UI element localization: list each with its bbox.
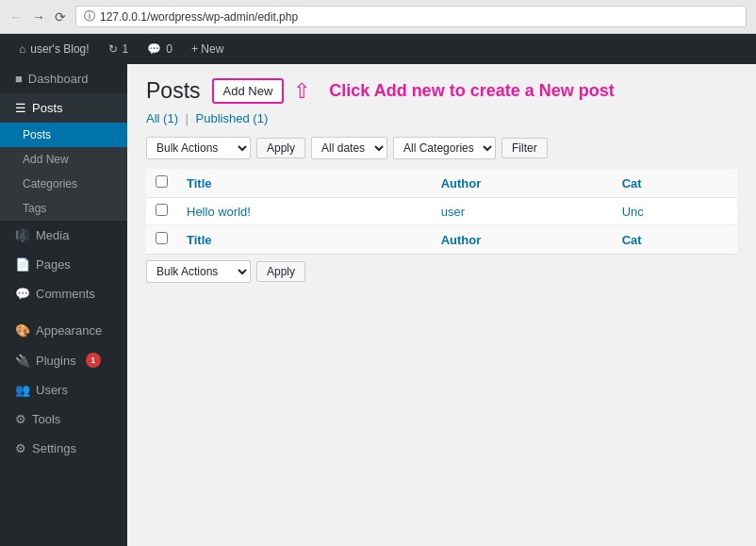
- sidebar-sub-add-new[interactable]: Add New: [0, 147, 127, 172]
- sidebar-item-label: Dashboard: [28, 72, 89, 86]
- categories-filter-select[interactable]: All Categories: [393, 137, 496, 159]
- home-icon: ⌂: [19, 42, 25, 56]
- header-author-col[interactable]: Author: [432, 169, 613, 198]
- post-cat-link[interactable]: Unc: [622, 205, 644, 219]
- admin-bar-updates[interactable]: ↻ 1: [99, 34, 139, 64]
- filter-sep: |: [186, 111, 192, 125]
- sidebar-item-label: Media: [36, 228, 69, 242]
- footer-author-col: Author: [432, 225, 613, 255]
- address-bar[interactable]: ⓘ 127.0.0.1/wordpress/wp-admin/edit.php: [75, 6, 747, 27]
- filter-button[interactable]: Filter: [501, 138, 548, 158]
- sidebar-item-dashboard[interactable]: ■ Dashboard: [0, 64, 127, 93]
- annotation-text: Click Add new to create a New post: [329, 81, 614, 101]
- sidebar-item-label: Tools: [32, 412, 60, 426]
- page-title: Posts: [146, 78, 201, 104]
- appearance-icon: 🎨: [15, 323, 30, 338]
- sidebar-item-label: Settings: [32, 441, 76, 455]
- filter-published-link[interactable]: Published (1): [196, 111, 269, 125]
- filter-published-label: Published: [196, 111, 250, 125]
- updates-count: 1: [123, 42, 129, 56]
- sidebar-sub-posts[interactable]: Posts: [0, 123, 127, 147]
- footer-cat-label: Cat: [622, 233, 642, 247]
- sub-posts-label: Posts: [23, 128, 51, 141]
- filter-published-count: (1): [253, 111, 268, 125]
- dashboard-icon: ■: [15, 72, 23, 86]
- select-all-footer-checkbox[interactable]: [156, 232, 168, 244]
- add-new-button[interactable]: Add New: [212, 78, 285, 104]
- sidebar-item-label: Pages: [36, 257, 71, 272]
- filter-all-count: (1): [163, 111, 178, 125]
- users-icon: 👥: [15, 383, 30, 397]
- admin-bar-comments[interactable]: 💬 0: [138, 34, 182, 64]
- sidebar-item-settings[interactable]: ⚙ Settings: [0, 434, 127, 463]
- filter-all-label: All: [146, 111, 159, 125]
- apply-top-button[interactable]: Apply: [256, 138, 305, 158]
- sidebar-item-pages[interactable]: 📄 Pages: [0, 250, 127, 279]
- settings-icon: ⚙: [15, 441, 26, 455]
- sidebar-item-posts[interactable]: ☰ Posts: [0, 93, 127, 123]
- main-content: Posts Add New ⇧ Click Add new to create …: [127, 64, 756, 546]
- annotation-arrow: ⇧: [293, 79, 310, 104]
- comments-icon: 💬: [147, 42, 161, 56]
- posts-table: Title Author Cat Hello world!: [146, 169, 737, 255]
- address-text: 127.0.0.1/wordpress/wp-admin/edit.php: [100, 10, 298, 24]
- row-cat-cell: Unc: [613, 198, 737, 225]
- author-col-label: Author: [441, 176, 482, 190]
- sidebar-item-plugins[interactable]: 🔌 Plugins 1: [0, 345, 127, 375]
- sidebar-item-appearance[interactable]: 🎨 Appearance: [0, 316, 127, 345]
- posts-icon: ☰: [15, 101, 26, 115]
- apply-bottom-button[interactable]: Apply: [256, 261, 305, 282]
- footer-title-sort-link[interactable]: Title: [187, 233, 212, 247]
- wp-layout: ■ Dashboard ☰ Posts Posts Add New Catego…: [0, 64, 756, 546]
- row-checkbox[interactable]: [156, 204, 168, 216]
- sidebar: ■ Dashboard ☰ Posts Posts Add New Catego…: [0, 64, 127, 546]
- sidebar-item-comments[interactable]: 💬 Comments: [0, 279, 127, 308]
- header-cat-col[interactable]: Cat: [613, 169, 737, 198]
- table-row: Hello world! user Unc: [146, 198, 737, 225]
- sidebar-item-users[interactable]: 👥 Users: [0, 375, 127, 405]
- post-title-link[interactable]: Hello world!: [187, 205, 251, 219]
- title-sort-link[interactable]: Title: [187, 176, 212, 190]
- back-button[interactable]: ←: [9, 9, 23, 25]
- top-toolbar: Bulk Actions Edit Move to Trash Apply Al…: [146, 133, 737, 163]
- sub-tags-label: Tags: [23, 202, 46, 215]
- admin-bar-home[interactable]: ⌂ user's Blog!: [9, 34, 99, 64]
- footer-title-col[interactable]: Title: [177, 225, 432, 255]
- forward-button[interactable]: →: [32, 9, 45, 25]
- sidebar-item-label: Plugins: [36, 354, 76, 368]
- row-author-cell: user: [432, 198, 613, 225]
- sub-categories-label: Categories: [23, 177, 77, 190]
- filter-links: All (1) | Published (1): [146, 111, 737, 125]
- sidebar-item-label: Users: [36, 383, 68, 397]
- select-all-checkbox[interactable]: [156, 175, 168, 188]
- pages-icon: 📄: [15, 257, 30, 272]
- sidebar-item-label: Posts: [32, 101, 63, 115]
- comments-count: 0: [166, 42, 173, 56]
- header-title-col[interactable]: Title: [177, 169, 432, 198]
- sidebar-item-media[interactable]: 🎼 Media: [0, 221, 127, 250]
- cat-col-label: Cat: [622, 176, 642, 190]
- plugins-icon: 🔌: [15, 354, 30, 368]
- table-header-row: Title Author Cat: [146, 169, 737, 198]
- bottom-toolbar: Bulk Actions Edit Move to Trash Apply: [146, 260, 737, 283]
- post-author-link[interactable]: user: [441, 205, 465, 219]
- sub-add-new-label: Add New: [23, 153, 69, 166]
- address-icon: ⓘ: [84, 8, 95, 25]
- row-title-cell: Hello world!: [177, 198, 432, 225]
- footer-author-label: Author: [441, 233, 482, 247]
- bulk-actions-top-select[interactable]: Bulk Actions Edit Move to Trash: [146, 137, 251, 159]
- header-checkbox-col: [146, 169, 177, 198]
- sidebar-sub-categories[interactable]: Categories: [0, 172, 127, 196]
- site-name: user's Blog!: [30, 42, 89, 56]
- footer-checkbox-col: [146, 225, 177, 255]
- reload-button[interactable]: ⟳: [55, 9, 66, 25]
- sidebar-sub-tags[interactable]: Tags: [0, 196, 127, 221]
- media-icon: 🎼: [15, 228, 30, 242]
- bulk-actions-bottom-select[interactable]: Bulk Actions Edit Move to Trash: [146, 260, 251, 283]
- updates-icon: ↻: [108, 42, 118, 56]
- sidebar-item-tools[interactable]: ⚙ Tools: [0, 405, 127, 434]
- admin-bar-new[interactable]: + New: [182, 34, 233, 64]
- sidebar-item-label: Appearance: [36, 323, 102, 338]
- dates-filter-select[interactable]: All dates: [311, 137, 387, 159]
- filter-all-link[interactable]: All (1): [146, 111, 182, 125]
